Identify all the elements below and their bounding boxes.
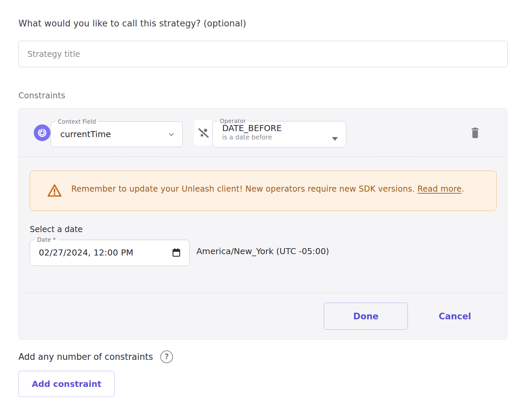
sdk-warning-text: Remember to update your Unleash client! … [71,183,464,196]
read-more-link[interactable]: Read more [418,184,462,194]
trash-icon [470,126,480,139]
sdk-warning-period: . [462,184,464,194]
constraint-target-icon [34,124,51,141]
context-field-value: currentTime [60,129,111,139]
strategy-title-input[interactable] [18,41,508,67]
add-constraints-helper: Add any number of constraints ? [18,350,508,363]
add-constraints-helper-text: Add any number of constraints [18,352,153,362]
constraint-header: Context Field currentTime [19,108,507,156]
add-constraint-button[interactable]: Add constraint [18,371,115,397]
operator-description: is a date before [222,133,339,141]
delete-constraint-button[interactable] [468,124,482,141]
constraints-section-label: Constraints [18,91,508,100]
sdk-warning-alert: Remember to update your Unleash client! … [30,171,497,211]
date-field-label: Date * [35,236,58,243]
context-field-select[interactable]: Context Field currentTime [51,118,183,147]
constraint-card: Context Field currentTime [18,108,508,340]
date-row: Date * 02/27/2024, 12:00 PM [30,236,497,266]
negate-constraint-toggle[interactable] [194,120,212,145]
help-icon[interactable]: ? [160,350,173,363]
calendar-icon[interactable] [171,247,181,257]
cancel-button[interactable]: Cancel [434,308,476,325]
operator-select[interactable]: Operator DATE_BEFORE is a date before [212,118,346,147]
strategy-constraints-page: What would you like to call this strateg… [0,0,526,397]
constraint-body: Remember to update your Unleash client! … [19,157,507,293]
date-value: 02/27/2024, 12:00 PM [39,248,134,257]
select-date-heading: Select a date [30,225,497,234]
dropdown-arrow-icon [332,137,338,141]
done-button[interactable]: Done [324,303,408,330]
context-field-label: Context Field [56,118,98,125]
chevron-down-icon [167,130,176,139]
timezone-label: America/New_York (UTC -05:00) [196,246,329,256]
negate-exclamation-slash-icon [196,126,210,140]
warning-triangle-icon [47,184,62,199]
sdk-warning-message: Remember to update your Unleash client! … [71,184,418,194]
operator-value: DATE_BEFORE [222,124,339,133]
strategy-name-question: What would you like to call this strateg… [18,18,508,28]
constraint-footer: Done Cancel [19,293,507,339]
date-input-field[interactable]: Date * 02/27/2024, 12:00 PM [30,236,190,266]
